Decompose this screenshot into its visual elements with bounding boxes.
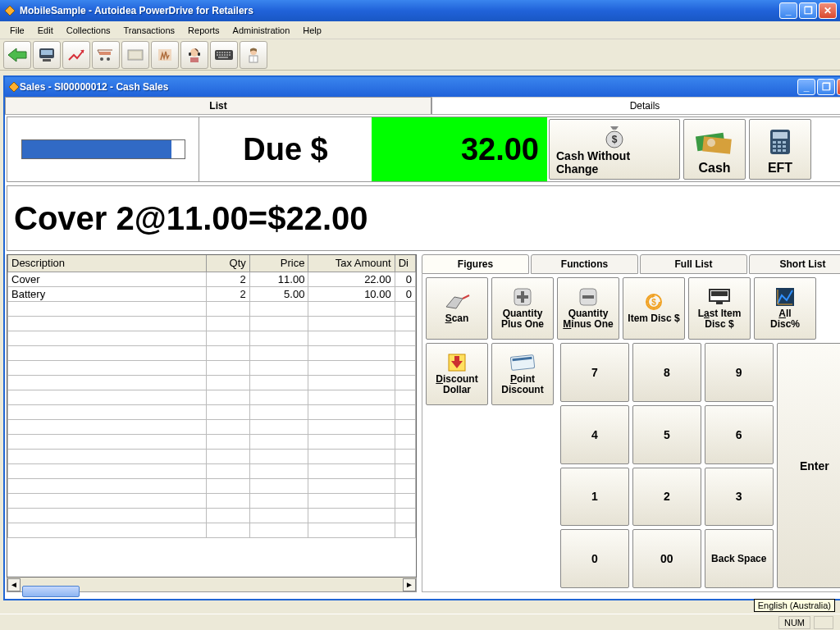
svg-rect-26 [219,54,221,56]
horizontal-scrollbar[interactable]: ◄ ► [7,578,417,592]
cash-label: Cash [698,161,730,176]
svg-rect-47 [778,145,781,148]
menu-file[interactable]: File [3,24,31,37]
hand-button[interactable] [151,41,179,69]
menu-collections[interactable]: Collections [60,24,117,37]
num-9-button[interactable]: 9 [705,343,774,402]
quantity-plus-button[interactable]: Quantity Plus One [491,277,554,340]
table-row [8,390,416,404]
num-7-button[interactable]: 7 [560,343,629,402]
tab-short-list[interactable]: Short List [749,254,840,274]
svg-rect-46 [773,145,776,148]
col-tax-amount[interactable]: Tax Amount [308,255,395,272]
tab-full-list[interactable]: Full List [640,254,747,274]
table-row [8,449,416,463]
col-price[interactable]: Price [249,255,308,272]
child-title: Sales - SI00000012 - Cash Sales [20,81,797,93]
chart-button[interactable] [62,41,90,69]
keyboard-button[interactable] [210,41,238,69]
table-row[interactable]: Cover 2 11.00 22.00 0 [8,272,416,286]
col-description[interactable]: Description [8,255,207,272]
table-row [8,345,416,360]
table-row[interactable]: Battery 2 5.00 10.00 0 [8,286,416,301]
svg-rect-31 [218,57,228,58]
item-disc-button[interactable]: $ Item Disc $ [623,277,685,340]
money-button[interactable] [121,41,149,69]
menu-reports[interactable]: Reports [181,24,226,37]
eft-button[interactable]: EFT [749,119,811,180]
menu-transactions[interactable]: Transactions [117,24,182,37]
enter-button[interactable]: Enter [777,343,840,588]
svg-rect-17 [190,57,199,62]
tab-details[interactable]: Details [431,97,840,114]
cell-price: 5.00 [249,286,308,301]
keypad-tabs: Figures Functions Full List Short List [422,254,840,274]
svg-rect-55 [517,295,528,299]
discount-icon: $ [644,292,664,312]
num-4-button[interactable]: 4 [560,405,629,464]
svg-rect-63 [716,302,723,304]
num-1-button[interactable]: 1 [560,468,629,527]
cash-without-change-button[interactable]: $ Cash Without Change [549,119,680,180]
point-discount-button[interactable]: Point Discount [491,343,554,405]
col-discount[interactable]: Di [395,255,415,272]
child-titlebar: Sales - SI00000012 - Cash Sales _ ❐ ✕ [5,77,840,97]
num-8-button[interactable]: 8 [632,343,701,402]
svg-rect-15 [189,52,191,56]
num-0-button[interactable]: 0 [560,529,629,588]
items-grid[interactable]: Description Qty Price Tax Amount Di Cove… [7,254,417,578]
cart-button[interactable] [92,41,120,69]
scroll-thumb[interactable] [22,586,80,597]
num-6-button[interactable]: 6 [705,405,774,464]
table-row [8,478,416,493]
num-2-button[interactable]: 2 [632,468,701,527]
last-item-disc-button[interactable]: Last Item Disc $ [688,277,751,340]
svg-rect-50 [778,149,781,152]
progress-box [7,117,199,181]
num-00-button[interactable]: 00 [632,529,701,588]
svg-rect-20 [219,52,221,53]
due-amount: 32.00 [372,117,547,181]
svg-rect-24 [229,52,231,53]
svg-rect-28 [224,54,226,56]
child-window-icon [8,81,20,93]
person-button[interactable] [240,41,267,69]
scroll-right-icon[interactable]: ► [403,578,416,591]
scan-button[interactable]: Scan [426,277,488,340]
cash-button[interactable]: Cash [683,119,746,180]
tab-functions[interactable]: Functions [531,254,638,274]
discount-dollar-button[interactable]: Discount Dollar [426,343,488,405]
main-toolbar [0,39,840,71]
col-qty[interactable]: Qty [207,255,250,272]
back-button[interactable] [3,41,31,69]
num-5-button[interactable]: 5 [632,405,701,464]
backspace-button[interactable]: Back Space [705,529,774,588]
pos-terminal-button[interactable] [33,41,61,69]
svg-line-7 [98,50,99,53]
child-minimize-button[interactable]: _ [797,79,815,95]
menu-edit[interactable]: Edit [31,24,60,37]
child-close-button[interactable]: ✕ [837,79,840,95]
table-row [8,463,416,478]
num-3-button[interactable]: 3 [705,468,774,527]
menu-administration[interactable]: Administration [226,24,297,37]
svg-rect-29 [226,54,228,56]
svg-rect-6 [99,52,111,55]
minimize-button[interactable]: _ [779,2,797,19]
cell-qty: 2 [207,286,250,301]
scroll-left-icon[interactable]: ◄ [7,578,21,591]
tab-figures[interactable]: Figures [422,254,529,274]
cell-disc: 0 [395,286,415,301]
tab-list[interactable]: List [5,97,431,114]
close-button[interactable]: ✕ [819,2,837,19]
barcode-scanner-icon [443,292,471,312]
quantity-minus-button[interactable]: Quantity Minus One [557,277,619,340]
all-disc-percent-button[interactable]: All Disc% [754,277,816,340]
svg-rect-22 [224,52,226,53]
child-restore-button[interactable]: ❐ [817,79,835,95]
maximize-button[interactable]: ❐ [799,2,817,19]
svg-text:$: $ [651,298,656,307]
menu-help[interactable]: Help [296,24,328,37]
svg-rect-42 [773,132,788,139]
support-button[interactable] [180,41,208,69]
